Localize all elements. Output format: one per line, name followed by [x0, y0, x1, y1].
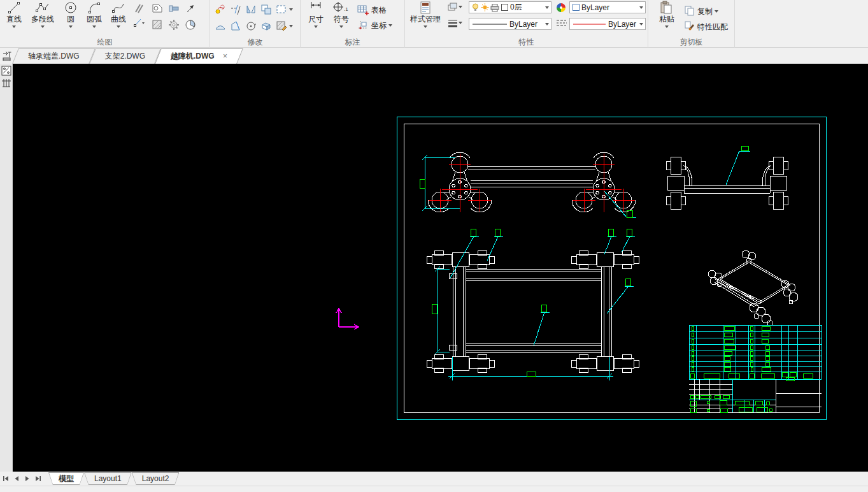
leader-end-view	[726, 151, 750, 185]
tab-model[interactable]: 模型	[48, 472, 84, 485]
linetype-icon[interactable]	[555, 19, 567, 29]
dropdown-caret-icon[interactable]	[459, 22, 462, 24]
dropdown-caret-icon[interactable]	[339, 25, 343, 28]
ribbon-group-modify: 修改	[210, 0, 301, 48]
symbol-button[interactable]: .1 符号	[330, 0, 353, 36]
paste-button[interactable]: 粘贴	[653, 0, 680, 36]
tab-layout1[interactable]: Layout1	[84, 472, 132, 485]
spline-icon	[111, 1, 125, 15]
layer-plot-printer-icon	[490, 3, 499, 12]
dropdown-caret-icon[interactable]	[459, 6, 462, 8]
layer-tools-button[interactable]	[447, 2, 462, 12]
layout-tab-bar: 模型 Layout1 Layout2	[0, 472, 868, 486]
view-isometric	[708, 250, 798, 326]
leader-front	[604, 191, 636, 217]
symbol-icon: .1	[333, 1, 350, 15]
grid-columns-icon[interactable]	[1, 78, 11, 88]
dropdown-caret-icon[interactable]	[639, 6, 643, 9]
last-tab-button[interactable]	[32, 474, 43, 484]
lineweight-tools-button[interactable]	[447, 18, 462, 27]
ribbon-group-clipboard: 粘贴 复制 特性匹配 剪切板	[648, 0, 735, 48]
tab-layout2[interactable]: Layout2	[132, 472, 180, 485]
coordinate-button[interactable]: 坐标	[357, 18, 392, 33]
copy-button[interactable]: 复制	[684, 4, 718, 18]
copy-icon	[684, 5, 695, 18]
construction-line-icon[interactable]	[131, 15, 146, 29]
title-block-text	[690, 395, 772, 412]
arc-button[interactable]: 圆弧	[82, 0, 106, 36]
doc-tab-obstacle-machine[interactable]: 越障机.DWG ×	[158, 48, 240, 64]
offset-icon[interactable]	[228, 3, 243, 17]
spline-button[interactable]: 曲线	[106, 0, 131, 36]
lineweight-select[interactable]: ByLayer	[469, 18, 551, 30]
status-bar	[0, 486, 868, 492]
next-tab-button[interactable]	[22, 474, 32, 484]
block-tool-icon[interactable]	[1, 66, 11, 76]
dropdown-caret-icon[interactable]	[665, 25, 669, 28]
dropdown-caret-icon[interactable]	[12, 25, 16, 28]
color-swatch-icon	[572, 3, 580, 11]
multiline-icon[interactable]	[131, 1, 146, 15]
gear-icon[interactable]	[166, 18, 181, 32]
arc-icon	[87, 1, 101, 15]
hatch-edit-icon[interactable]	[274, 19, 289, 33]
chamfer-icon[interactable]	[228, 19, 243, 33]
dropdown-caret-icon[interactable]	[388, 24, 392, 27]
line-button[interactable]: 直线	[2, 0, 26, 36]
cad-application-window: 直线 多段线 圆 圆弧	[0, 0, 868, 492]
view-front-elevation	[420, 152, 636, 217]
layer-select[interactable]: 0层	[469, 1, 551, 13]
orbit-3d-icon[interactable]	[259, 19, 274, 33]
doc-tab-bearing-cover[interactable]: 轴承端盖.DWG	[15, 48, 92, 64]
color-wheel-icon[interactable]	[555, 2, 567, 15]
properties-group-label: 特性	[405, 38, 648, 47]
document-tab-bar: 轴承端盖.DWG 支架2.DWG 越障机.DWG ×	[0, 48, 868, 64]
style-manager-button[interactable]: 样式管理	[408, 0, 443, 36]
region-icon[interactable]	[150, 1, 165, 15]
dimension-button[interactable]: 尺寸	[304, 0, 327, 36]
model-space-canvas[interactable]	[13, 64, 868, 472]
color-select[interactable]: ByLayer	[569, 1, 646, 13]
first-tab-button[interactable]	[0, 474, 11, 484]
modify-group-label: 修改	[210, 38, 300, 47]
rectangle-array-icon[interactable]	[274, 3, 289, 17]
erase-icon[interactable]	[213, 3, 228, 17]
dropdown-caret-icon[interactable]	[289, 8, 293, 11]
dropdown-caret-icon[interactable]	[117, 25, 120, 28]
circle-button[interactable]: 圆	[59, 0, 82, 36]
match-properties-button[interactable]: 特性匹配	[684, 20, 728, 34]
point-icon[interactable]	[183, 1, 198, 15]
dropdown-caret-icon[interactable]	[41, 25, 45, 28]
dropdown-caret-icon[interactable]	[92, 25, 96, 28]
rotate-icon[interactable]	[243, 19, 259, 33]
dropdown-caret-icon[interactable]	[545, 23, 549, 25]
linetype-sample	[572, 22, 607, 27]
title-block	[689, 379, 822, 412]
table-button[interactable]: 表格	[357, 3, 387, 17]
draw-extra-tools	[131, 1, 150, 29]
lineweight-sample	[471, 22, 508, 27]
linetype-select[interactable]: ByLayer	[569, 18, 646, 30]
mirror-icon[interactable]	[243, 3, 259, 17]
dropdown-caret-icon[interactable]	[639, 23, 643, 25]
hatch-icon[interactable]	[150, 18, 165, 32]
ucs-icon	[336, 308, 359, 329]
dropdown-caret-icon[interactable]	[423, 25, 427, 28]
dropdown-caret-icon[interactable]	[715, 10, 718, 13]
dropdown-caret-icon[interactable]	[314, 25, 318, 28]
dropdown-caret-icon[interactable]	[69, 25, 73, 28]
previous-tab-button[interactable]	[11, 474, 22, 484]
dropdown-caret-icon[interactable]	[289, 25, 293, 27]
polyline-button[interactable]: 多段线	[26, 0, 59, 36]
dropdown-caret-icon[interactable]	[545, 6, 549, 9]
close-tab-icon[interactable]: ×	[223, 52, 227, 61]
layer-on-bulb-icon	[471, 3, 480, 12]
solid-icon[interactable]	[166, 1, 181, 15]
dimension-icon	[309, 1, 323, 15]
doc-tab-bracket2[interactable]: 支架2.DWG	[92, 48, 158, 64]
view-end	[666, 146, 788, 209]
donut-icon[interactable]	[183, 18, 198, 32]
join-icon[interactable]	[259, 3, 274, 17]
scale-icon[interactable]	[213, 19, 228, 33]
ribbon-group-properties: 样式管理 0层 ByLayer	[405, 0, 648, 48]
